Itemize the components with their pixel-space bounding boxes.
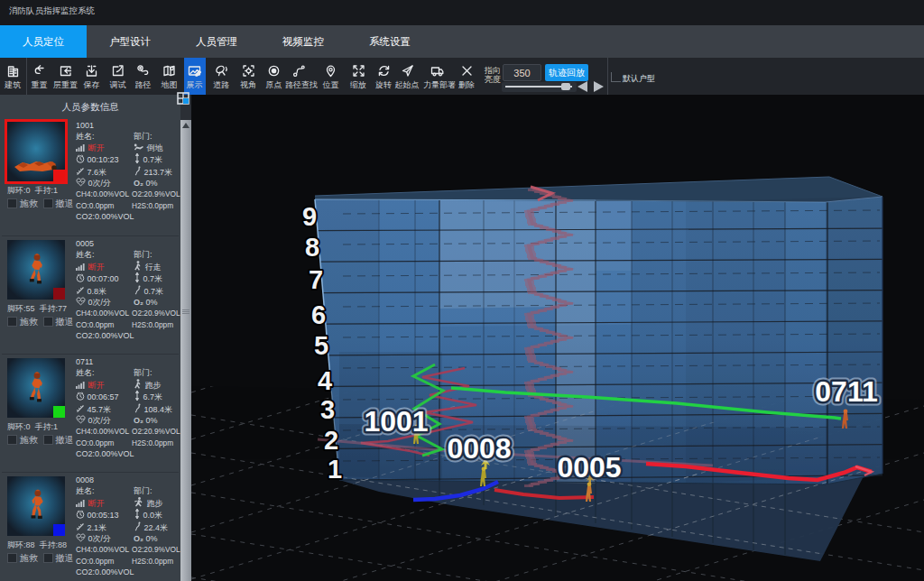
svg-text:0008: 0008: [447, 432, 511, 465]
svg-text:7: 7: [309, 265, 323, 294]
svg-text:1: 1: [328, 455, 342, 484]
svg-text:1001: 1001: [364, 405, 428, 438]
svg-text:0005: 0005: [557, 451, 621, 484]
svg-text:8: 8: [305, 233, 319, 262]
svg-text:3: 3: [320, 395, 335, 424]
svg-text:5: 5: [314, 331, 328, 360]
svg-text:2: 2: [324, 426, 338, 455]
svg-text:9: 9: [302, 202, 317, 231]
svg-text:4: 4: [318, 366, 332, 395]
svg-text:6: 6: [311, 300, 326, 329]
svg-text:0711: 0711: [815, 375, 877, 408]
